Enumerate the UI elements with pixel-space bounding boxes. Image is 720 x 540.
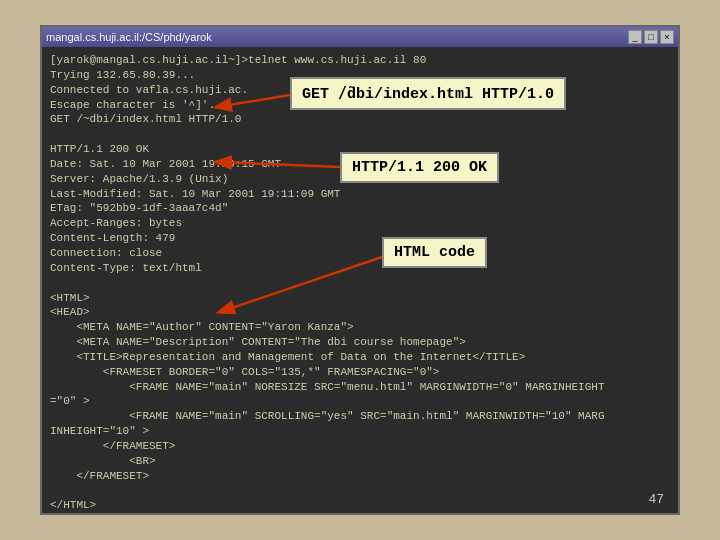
window-title: mangal.cs.huji.ac.il:/CS/phd/yarok	[46, 31, 212, 43]
main-window: mangal.cs.huji.ac.il:/CS/phd/yarok _ □ ×…	[40, 25, 680, 515]
callout-http-response: HTTP/1.1 200 OK	[340, 152, 499, 183]
terminal-line: Content-Length: 479	[50, 231, 670, 246]
terminal-line: </HTML>	[50, 498, 670, 513]
terminal-line: <FRAMESET BORDER="0" COLS="135,*" FRAMES…	[50, 365, 670, 380]
terminal-line	[50, 127, 670, 142]
page-number: 47	[648, 492, 664, 507]
terminal-line: <HEAD>	[50, 305, 670, 320]
terminal-body: [yarok@mangal.cs.huji.ac.il~]>telnet www…	[42, 47, 678, 513]
terminal-line: </FRAMESET>	[50, 439, 670, 454]
terminal-line: <META NAME="Description" CONTENT="The db…	[50, 335, 670, 350]
terminal-line	[50, 483, 670, 498]
terminal-line: <TITLE>Representation and Management of …	[50, 350, 670, 365]
terminal-line: ="0" >	[50, 394, 670, 409]
terminal-line: <META NAME="Author" CONTENT="Yaron Kanza…	[50, 320, 670, 335]
callout-html-code: HTML code	[382, 237, 487, 268]
terminal-line: GET /~dbi/index.html HTTP/1.0	[50, 112, 670, 127]
terminal-line: Last-Modified: Sat. 10 Mar 2001 19:11:09…	[50, 187, 670, 202]
close-button[interactable]: ×	[660, 30, 674, 44]
terminal-line: ETag: "592bb9-1df-3aaa7c4d"	[50, 201, 670, 216]
terminal-line: Accept-Ranges: bytes	[50, 216, 670, 231]
terminal-lines: [yarok@mangal.cs.huji.ac.il~]>telnet www…	[50, 53, 670, 513]
terminal-line: Content-Type: text/html	[50, 261, 670, 276]
callout-get-request: GET /̃dbi/index.html HTTP/1.0	[290, 77, 566, 110]
terminal-line: <FRAME NAME="main" SCROLLING="yes" SRC="…	[50, 409, 670, 424]
terminal-line	[50, 276, 670, 291]
minimize-button[interactable]: _	[628, 30, 642, 44]
maximize-button[interactable]: □	[644, 30, 658, 44]
window-controls: _ □ ×	[628, 30, 674, 44]
title-bar: mangal.cs.huji.ac.il:/CS/phd/yarok _ □ ×	[42, 27, 678, 47]
terminal-line: </FRAMESET>	[50, 469, 670, 484]
terminal-line: Connection: close	[50, 246, 670, 261]
terminal-line: [yarok@mangal.cs.huji.ac.il~]>telnet www…	[50, 53, 670, 68]
terminal-line: <HTML>	[50, 291, 670, 306]
terminal-line: <FRAME NAME="main" NORESIZE SRC="menu.ht…	[50, 380, 670, 395]
terminal-line: <BR>	[50, 454, 670, 469]
terminal-line: INHEIGHT="10" >	[50, 424, 670, 439]
